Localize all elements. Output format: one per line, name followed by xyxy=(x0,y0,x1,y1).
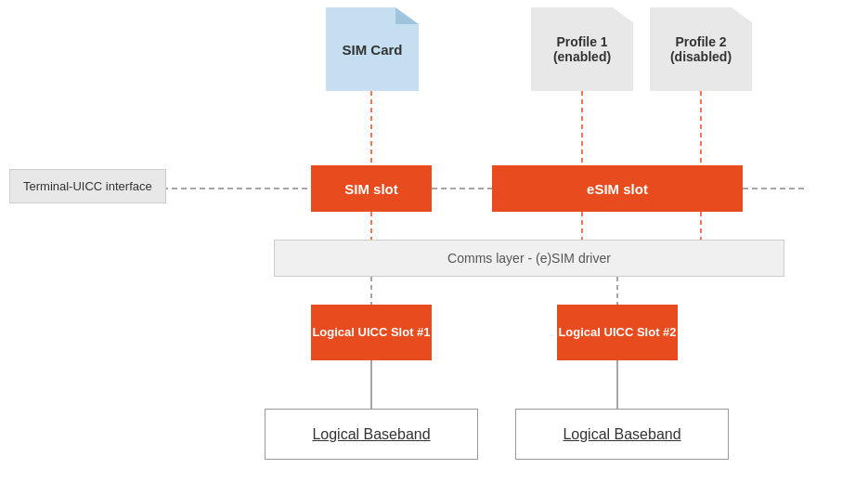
sim-slot-box: SIM slot xyxy=(311,165,432,212)
profile1-shape xyxy=(531,7,633,91)
esim-slot-label: eSIM slot xyxy=(587,181,648,197)
baseband2-box: Logical Baseband xyxy=(515,409,729,460)
luicc-slot1-box: Logical UICC Slot #1 xyxy=(311,305,432,360)
luicc-slot2-box: Logical UICC Slot #2 xyxy=(557,305,678,360)
comms-layer-label: Comms layer - (e)SIM driver xyxy=(447,251,611,266)
comms-layer-box: Comms layer - (e)SIM driver xyxy=(274,240,784,277)
luicc-slot1-label: Logical UICC Slot #1 xyxy=(312,324,430,341)
diagram-container: Terminal-UICC interface SIM Card Profile… xyxy=(0,0,868,482)
baseband1-box: Logical Baseband xyxy=(265,409,478,460)
sim-slot-label: SIM slot xyxy=(344,181,398,197)
luicc-slot2-label: Logical UICC Slot #2 xyxy=(558,324,676,341)
terminal-uicc-label: Terminal-UICC interface xyxy=(9,169,166,203)
profile2-shape xyxy=(650,7,752,91)
sim-card-shape xyxy=(326,7,419,91)
esim-slot-box: eSIM slot xyxy=(492,165,743,212)
baseband2-label: Logical Baseband xyxy=(563,426,680,443)
terminal-uicc-text: Terminal-UICC interface xyxy=(23,179,152,193)
baseband1-label: Logical Baseband xyxy=(312,426,430,443)
